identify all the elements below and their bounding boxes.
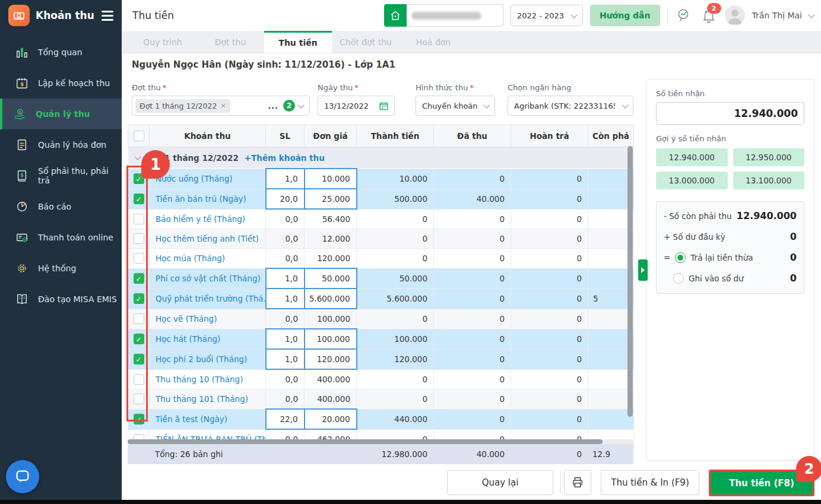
help-button[interactable]: Hướng dẫn xyxy=(590,5,660,26)
row-checkbox[interactable] xyxy=(134,233,144,244)
collect-and-print-button[interactable]: Thu tiền & In (F9) xyxy=(601,470,699,495)
row-checkbox[interactable]: ✓ xyxy=(134,293,144,304)
suggestion-button[interactable]: 12.940.000 xyxy=(656,148,728,166)
suggestion-button[interactable]: 13.100.000 xyxy=(733,172,805,189)
tab-chot-dot-thu[interactable]: Chốt đợt thu xyxy=(332,31,400,53)
sidebar-item-quan-ly-hoa-don[interactable]: Quản lý hóa đơn xyxy=(0,129,122,160)
horizontal-scrollbar-thumb[interactable] xyxy=(128,439,603,444)
tabs-bar: Quy trình Đợt thu Thu tiền Chốt đợt thu … xyxy=(122,31,821,53)
avatar[interactable] xyxy=(725,5,745,26)
school-year-select[interactable]: 2022 - 2023 xyxy=(511,5,583,26)
row-checkbox[interactable] xyxy=(134,374,144,385)
quantity-cell[interactable]: 20,0 xyxy=(266,189,305,209)
sidebar-item-lap-ke-hoach-thu[interactable]: $ Lập kế hoạch thu xyxy=(0,68,122,99)
chat-support-button[interactable] xyxy=(6,460,39,493)
page-title: Thu tiền xyxy=(132,9,174,21)
ngan-hang-select[interactable]: Agribank (STK: 222331165 xyxy=(508,96,633,116)
total-cell: 0 xyxy=(357,229,434,249)
unit-price-cell[interactable]: 20.000 xyxy=(305,409,357,429)
hinh-thuc-thu-select[interactable]: Chuyển khoản xyxy=(416,96,495,116)
row-checkbox[interactable]: ✓ xyxy=(134,273,144,284)
row-checkbox[interactable] xyxy=(134,394,144,404)
quantity-cell[interactable]: 1,0 xyxy=(266,329,305,349)
row-checkbox[interactable] xyxy=(134,214,144,224)
remaining-cell xyxy=(588,189,634,209)
chat-bubble-icon xyxy=(14,468,31,485)
sidebar-item-tong-quan[interactable]: Tổng quan xyxy=(0,37,122,68)
sidebar-item-dao-tao-misa-emis[interactable]: Đào tạo MISA EMIS xyxy=(0,284,122,315)
sidebar-item-quan-ly-thu[interactable]: $ Quản lý thu xyxy=(0,99,122,129)
quantity-cell[interactable]: 1,0 xyxy=(266,349,305,369)
add-fee-link[interactable]: +Thêm khoản thu xyxy=(245,153,325,163)
fee-name-link[interactable]: Thu tháng 10 (Tháng) xyxy=(150,369,266,389)
unit-price-cell[interactable]: 10.000 xyxy=(305,169,357,189)
return-change-radio[interactable] xyxy=(675,252,686,263)
sidebar-item-so-phai-thu-phai-tra[interactable]: $ Sổ phải thu, phải trả xyxy=(0,160,122,191)
dot-thu-multiselect[interactable]: Đợt 1 tháng 12/2022✕ ... 2 xyxy=(132,96,310,116)
calendar-icon[interactable] xyxy=(379,101,389,111)
suggestion-button[interactable]: 13.000.000 xyxy=(656,172,728,189)
fee-name-link[interactable]: Bảo hiểm y tế (Tháng) xyxy=(150,209,266,229)
quantity-cell[interactable]: 1,0 xyxy=(266,289,305,309)
horizontal-scrollbar[interactable] xyxy=(128,439,633,444)
fee-name-link[interactable]: Thu tháng 101 (Tháng) xyxy=(150,389,266,410)
fee-name-link[interactable]: Quỹ phát triển trường (Thá... xyxy=(150,289,266,309)
back-button[interactable]: Quay lại xyxy=(447,470,553,495)
tab-hoa-don[interactable]: Hoá đơn xyxy=(400,31,467,53)
fee-name-link[interactable]: Học hát (Tháng) xyxy=(150,329,266,349)
actions-divider xyxy=(560,471,561,494)
fee-name-link[interactable]: Học vẽ (Tháng) xyxy=(150,309,266,329)
group-collapse-icon[interactable] xyxy=(134,153,141,160)
tab-quy-trinh[interactable]: Quy trình xyxy=(129,31,196,53)
select-all-checkbox[interactable] xyxy=(134,131,144,141)
filter-label: Đợt thu* xyxy=(132,83,310,92)
quantity-cell[interactable]: 22,0 xyxy=(266,409,305,429)
remove-tag-icon[interactable]: ✕ xyxy=(220,102,226,110)
panel-collapse-toggle[interactable] xyxy=(638,259,648,281)
row-checkbox[interactable] xyxy=(134,253,144,264)
table-row: ✓Học phí 2 buổi (Tháng)1,0120.000120.000… xyxy=(128,349,634,369)
unit-price-cell[interactable]: 120.000 xyxy=(305,349,357,369)
fee-name-link[interactable]: Học múa (Tháng) xyxy=(150,249,266,269)
fee-name-link[interactable]: Tiền ăn bán trú (Ngày) xyxy=(150,189,266,209)
vertical-scrollbar-thumb[interactable] xyxy=(627,146,633,417)
row-checkbox[interactable]: ✓ xyxy=(134,354,144,364)
svg-text:$: $ xyxy=(20,172,24,178)
quantity-cell[interactable]: 1,0 xyxy=(266,169,305,189)
chevron-down-icon[interactable] xyxy=(808,11,814,18)
school-selector[interactable] xyxy=(384,4,503,27)
row-checkbox[interactable]: ✓ xyxy=(134,334,144,344)
fee-name-link[interactable]: Phí cơ sở vật chất (Tháng) xyxy=(150,268,266,289)
topbar-divider xyxy=(667,7,668,24)
unit-price-cell[interactable]: 25.000 xyxy=(305,189,357,209)
quantity-cell[interactable]: 1,0 xyxy=(266,268,305,289)
ngay-thu-date-input[interactable]: 13/12/2022 xyxy=(318,96,395,116)
vertical-scrollbar[interactable] xyxy=(627,146,633,439)
suggestion-button[interactable]: 12.950.000 xyxy=(733,148,805,166)
unit-price-cell[interactable]: 5.600.000 xyxy=(305,289,357,309)
fee-name-link[interactable]: Học phí 2 buổi (Tháng) xyxy=(150,349,266,369)
sidebar-item-thanh-toan-online[interactable]: Thanh toán online xyxy=(0,222,122,253)
hamburger-menu-icon[interactable] xyxy=(102,11,113,21)
tab-thu-tien[interactable]: Thu tiền xyxy=(264,31,332,53)
row-checkbox[interactable]: ✓ xyxy=(134,414,144,424)
record-balance-radio[interactable] xyxy=(673,273,684,284)
row-checkbox[interactable] xyxy=(134,313,144,324)
tab-dot-thu[interactable]: Đợt thu xyxy=(196,31,264,53)
quantity-cell: 0,0 xyxy=(266,209,305,229)
school-name-field[interactable] xyxy=(407,4,503,27)
sidebar-item-he-thong[interactable]: Hệ thống xyxy=(0,253,122,284)
search-analytics-icon[interactable] xyxy=(675,7,693,24)
annotation-step-1-badge: 1 xyxy=(141,150,170,179)
sidebar-item-bao-cao[interactable]: Báo cáo xyxy=(0,191,122,222)
unit-price-cell[interactable]: 50.000 xyxy=(305,268,357,289)
table-row: Bảo hiểm y tế (Tháng)0,056.400000 xyxy=(128,209,634,229)
fee-name-link[interactable]: Học thêm tiếng anh (Tiết) xyxy=(150,229,266,249)
notification-bell-icon[interactable]: 2 xyxy=(700,7,718,24)
fee-name-link[interactable]: Tiền ã test (Ngày) xyxy=(150,409,266,429)
remaining-cell xyxy=(588,249,634,269)
unit-price-cell[interactable]: 100.000 xyxy=(305,329,357,349)
amount-received-input[interactable] xyxy=(656,102,804,125)
row-checkbox[interactable]: ✓ xyxy=(134,194,144,204)
print-button[interactable] xyxy=(564,470,591,495)
